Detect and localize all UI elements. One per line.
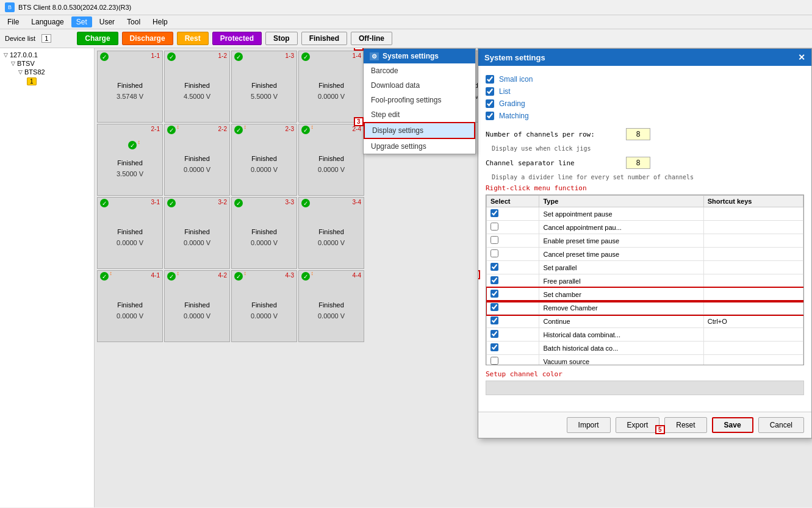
main-layout: ▽ 127.0.0.1 ▽ BTSV ▽ BTS82 1 [0,48,812,507]
settings-title-bar: System settings ✕ [478,49,811,66]
reset-button[interactable]: Reset [664,417,706,433]
status-check-2-1: ✓↕ [128,141,137,149]
channel-2-4[interactable]: 2-4 ✓↕ Finished0.0000 V [298,124,364,196]
channel-1-2[interactable]: 1-2 ✓ Finished4.5000 V [164,51,230,123]
stop-button[interactable]: Stop [265,32,298,45]
rcm-shortcut-7 [703,301,803,315]
channels-per-row-input[interactable] [626,128,650,140]
channel-4-1[interactable]: 4-1 ✓↕ Finished0.0000 V [97,270,163,342]
rcm-check-8[interactable] [490,317,498,324]
channel-id-4-3: 4-3 [286,272,294,279]
channel-1-1[interactable]: 1-1 ✓ Finished3.5748 V [97,51,163,123]
rcm-check-1[interactable] [490,223,498,231]
menu-language[interactable]: Language [26,16,68,27]
separator-desc: Display a divider line for every set num… [492,174,804,181]
menu-tool[interactable]: Tool [122,16,145,27]
sidebar: ▽ 127.0.0.1 ▽ BTSV ▽ BTS82 1 [0,48,95,507]
channel-3-2[interactable]: 3-2 ✓ Finished0.0000 V [164,197,230,269]
rcm-check-4[interactable] [490,263,498,271]
rcm-check-5[interactable] [490,276,498,284]
rcm-check-0[interactable] [490,209,498,217]
rcm-check-7[interactable] [490,303,498,311]
rcm-check-2[interactable] [490,236,498,244]
rcm-col-shortcut: Shortcut keys [703,196,803,207]
rcm-check-3[interactable] [490,249,498,257]
protected-button[interactable]: Protected [212,32,262,45]
channel-text-3-1: Finished0.0000 V [117,227,143,248]
separator-input[interactable] [626,157,650,169]
channel-4-2[interactable]: 4-2 ✓↕ Finished0.0000 V [164,270,230,342]
export-button[interactable]: Export [616,417,660,433]
rcm-label-2: Enable preset time pause [539,234,703,248]
rcm-table-scroll[interactable]: Select Type Shortcut keys Set appointmen… [486,195,804,365]
import-button[interactable]: Import [567,417,611,433]
charge-button[interactable]: Charge [77,32,118,45]
channel-1-4[interactable]: 1-4 ✓ Finished0.0000 V [298,51,364,123]
discharge-button[interactable]: Discharge [122,32,173,45]
status-check-4-4: ✓↕ [301,272,310,281]
menu-user[interactable]: User [95,16,120,27]
dropdown-item-upgrade[interactable]: Upgrade settings [364,139,475,154]
cancel-button[interactable]: Cancel [758,417,804,433]
dropdown-item-step-edit[interactable]: Step edit [364,107,475,122]
channel-3-3[interactable]: 3-3 ✓ Finished0.0000 V [231,197,297,269]
rcm-label-7: Remove Chamber [539,301,703,315]
offline-button[interactable]: Off-line [351,32,392,45]
channel-text-4-2: Finished0.0000 V [184,300,210,321]
channel-2-2[interactable]: 2-2 ✓↕ Finished0.0000 V [164,124,230,196]
channel-4-3[interactable]: 4-3 ✓↕ Finished0.0000 V [231,270,297,342]
channel-1-3[interactable]: 1-3 ✓ Finished5.5000 V [231,51,297,123]
menu-set[interactable]: Set [71,16,92,27]
channel-id-3-3: 3-3 [286,199,294,206]
settings-close-button[interactable]: ✕ [798,52,805,62]
dropdown-item-foolproofing[interactable]: Fool-proofing settings [364,93,475,107]
rcm-check-6[interactable] [490,290,498,298]
rcm-shortcut-3 [703,248,803,261]
rcm-label-1: Cancel appointment pau... [539,221,703,234]
settings-panel: System settings ✕ Small icon List [478,48,812,438]
channel-grid: 1-1 ✓ Finished3.5748 V 1-2 ✓ Finished4.5… [95,48,812,507]
sidebar-item-btsv[interactable]: ▽ BTSV [10,59,92,68]
channel-2-1[interactable]: 2-1 ✓↕ Finished3.5000 V [97,124,163,196]
sidebar-channel-badge[interactable]: 1 [27,77,37,85]
channel-2-3[interactable]: 2-3 ✓↕ Finished0.0000 V [231,124,297,196]
grading-checkbox[interactable] [486,99,494,108]
save-button[interactable]: Save [712,417,753,433]
channel-3-1[interactable]: 3-1 ✓ Finished0.0000 V [97,197,163,269]
checkbox-small-icon: Small icon [486,73,804,85]
status-check-2-2: ✓↕ [167,126,176,134]
rcm-check-11[interactable] [490,357,498,365]
table-row: Batch historical data co... [487,342,803,355]
menu-help[interactable]: Help [148,16,173,27]
settings-panel-title: System settings [484,53,545,62]
table-row: Free parallel [487,274,803,288]
dropdown-item-display-settings[interactable]: 3 Display settings [364,122,475,139]
system-settings-icon: ⚙ [370,52,379,60]
sidebar-item-ip[interactable]: ▽ 127.0.0.1 [2,51,92,59]
toolbar: Device list 1 Charge Discharge Rest Prot… [0,29,812,48]
dropdown-item-barcode[interactable]: Barcode [364,63,475,78]
channel-4-4[interactable]: 4-4 ✓↕ Finished0.0000 V [298,270,364,342]
matching-checkbox[interactable] [486,112,494,120]
channel-id-2-1: 2-1 [151,126,160,132]
table-row: Historical data combinat... [487,328,803,342]
rcm-shortcut-6 [703,288,803,301]
rcm-check-9[interactable] [490,330,498,338]
channel-text-2-3: Finished0.0000 V [251,154,278,175]
rest-button[interactable]: Rest [177,32,209,45]
list-checkbox[interactable] [486,87,494,96]
channel-text-3-4: Finished0.0000 V [318,227,345,248]
menu-file[interactable]: File [2,16,24,27]
finished-button[interactable]: Finished [301,32,347,45]
sidebar-item-bts82[interactable]: ▽ BTS82 [17,68,92,76]
list-label: List [499,87,511,96]
rcm-label-11: Vacuum source [539,355,703,366]
rcm-check-10[interactable] [490,343,498,351]
small-icon-checkbox[interactable] [486,75,494,84]
rcm-shortcut-2 [703,234,803,248]
tree-expand-icon-btsv: ▽ [11,60,15,66]
channel-3-4[interactable]: 3-4 ✓ Finished0.0000 V [298,197,364,269]
separator-label: Channel separator line [486,159,620,167]
channel-id-3-2: 3-2 [218,199,227,206]
dropdown-item-download[interactable]: Download data [364,78,475,93]
